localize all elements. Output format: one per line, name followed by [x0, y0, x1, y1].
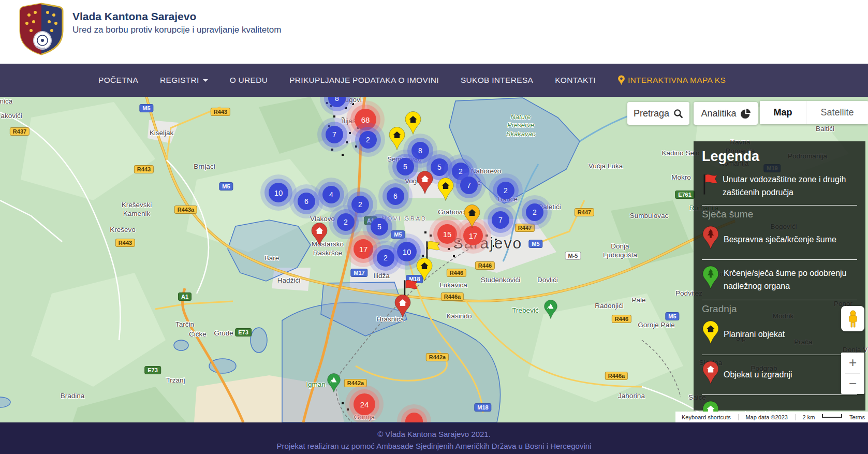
marker-cluster[interactable]: 17: [354, 239, 373, 259]
map-pin-red-house[interactable]: [416, 171, 434, 197]
red-flag-icon: [702, 173, 718, 199]
legend-divider: [702, 394, 857, 395]
map-place-label: NaturePreserveSkakavac: [506, 113, 535, 138]
road-badge: R443a: [174, 206, 197, 214]
analytics-button-label: Analitika: [701, 108, 736, 119]
legend-item: Objekat u izgradnji: [702, 357, 857, 393]
map-place-label: Pale: [631, 296, 645, 305]
map-type-satellite[interactable]: Satellite: [806, 101, 868, 124]
map-pin-orange-house[interactable]: [463, 204, 481, 231]
pegman-icon: [847, 310, 859, 328]
street-view-pegman-button[interactable]: [841, 306, 864, 331]
marker-cluster[interactable]: 2: [526, 203, 543, 221]
marker-cluster[interactable]: 4: [322, 186, 340, 203]
marker-cluster[interactable]: 5: [396, 158, 414, 175]
marker-cluster[interactable]: 10: [269, 183, 288, 202]
map-place-label: Lukavica: [439, 281, 467, 290]
road-badge: R447: [515, 224, 535, 232]
road-badge: E73: [144, 366, 161, 374]
road-badge: M-5: [565, 252, 581, 260]
marker-cluster[interactable]: 7: [492, 211, 509, 229]
road-badge: R437: [10, 127, 30, 136]
marker-cluster[interactable]: 6: [387, 187, 404, 205]
nav-menu: POČETNAREGISTRIO UREDUPRIKUPLJANJE PODAT…: [98, 75, 747, 85]
terms-link[interactable]: Terms: [849, 414, 865, 420]
marker-cluster[interactable]: 7: [460, 177, 478, 194]
zoom-in-button[interactable]: +: [841, 353, 864, 373]
nav-item-registri[interactable]: REGISTRI: [160, 76, 208, 85]
map-place-label: Sumbulovac: [630, 212, 668, 221]
scale-bar: [822, 414, 842, 418]
keyboard-shortcuts-link[interactable]: Keyboard shortcuts: [682, 414, 731, 420]
map-place-label: Trebević: [512, 306, 538, 315]
nav-item-pocetna[interactable]: POČETNA: [98, 76, 138, 85]
marker-cluster[interactable]: 6: [298, 193, 315, 210]
nav-item-label: KONTAKTI: [555, 76, 596, 85]
legend-item-label: Bespravna sječa/krčenje šume: [724, 233, 857, 246]
marker-cluster[interactable]: 2: [337, 213, 355, 231]
marker-cluster[interactable]: 8: [411, 142, 429, 159]
legend-item-label: Unutar vodozaštitne zone i drugihzaštiće…: [723, 173, 857, 199]
marker-cluster[interactable]: 24: [354, 393, 375, 415]
marker-cluster[interactable]: 2: [359, 131, 377, 149]
yellow-house-pin-icon: [702, 320, 719, 349]
nav-item-label: POČETNA: [98, 76, 138, 85]
road-badge: R446a: [441, 292, 464, 301]
marker-cluster[interactable]: 2: [497, 182, 514, 199]
map-place-label: Grude: [214, 329, 233, 338]
marker-cluster[interactable]: 5: [371, 218, 388, 236]
map-pin-yellow-house[interactable]: [388, 127, 406, 153]
map-pin-yellow-house[interactable]: [437, 178, 454, 204]
marker-cluster[interactable]: 2: [351, 196, 369, 213]
map-place-label: Gornje Pale: [638, 321, 674, 330]
footer-copyright: © Vlada Kantona Sarajevo 2021.: [0, 429, 868, 441]
marker-cluster[interactable]: 68: [355, 109, 376, 130]
nav-item-label: SUKOB INTERESA: [461, 76, 533, 85]
map-place-label: Tarčin: [175, 320, 194, 329]
map-place-label: akovići: [1, 112, 22, 121]
nav-item-kontakti[interactable]: KONTAKTI: [555, 76, 596, 85]
nav-item-interaktivna-mapa[interactable]: INTERAKTIVNA MAPA KS: [617, 75, 726, 85]
building-dots: [424, 231, 426, 233]
map-pin-green-mtn[interactable]: [327, 373, 341, 396]
map-pin-red-house[interactable]: [311, 223, 328, 249]
legend-divider: [702, 259, 857, 260]
zoom-out-button[interactable]: −: [841, 374, 864, 394]
interactive-map[interactable]: nicaakovićiKiseljakBrnjaciKreševskiKamen…: [0, 97, 868, 422]
road-badge: R446: [612, 315, 631, 323]
footer-project-note: Projekat realiziran uz pomoć Ambasade Sj…: [0, 441, 868, 452]
road-badge: E73: [235, 328, 252, 336]
map-type-map[interactable]: Map: [760, 101, 806, 124]
road-badge: R443: [211, 108, 230, 116]
map-place-label: Brnjaci: [194, 163, 215, 171]
road-badge: R443: [134, 165, 154, 173]
map-pin-green-mtn[interactable]: [543, 300, 558, 322]
map-pin-red-house[interactable]: [394, 295, 411, 321]
marker-cluster[interactable]: 7: [326, 126, 343, 143]
map-place-label: Dovlići: [537, 276, 558, 285]
search-icon: [673, 109, 683, 119]
map-place-label: Kiseljak: [150, 129, 174, 138]
search-button[interactable]: Pretraga: [627, 102, 689, 125]
map-pin-yellow-house[interactable]: [404, 111, 422, 138]
nav-item-o-uredu[interactable]: O UREDU: [230, 76, 268, 85]
nav-item-prikupljanje[interactable]: PRIKUPLJANJE PODATAKA O IMOVINI: [289, 76, 439, 85]
map-place-label: Ilidža: [373, 272, 390, 281]
nav-item-label: REGISTRI: [160, 76, 199, 85]
road-badge: R446: [475, 261, 495, 270]
legend-title: Legenda: [702, 149, 857, 165]
marker-cluster[interactable]: 10: [397, 242, 417, 261]
legend-section-header: Sječa šume: [702, 209, 857, 220]
road-badge: E761: [675, 191, 695, 199]
analytics-button[interactable]: Analitika: [694, 102, 758, 125]
map-place-label: Hadžići: [277, 276, 300, 285]
map-place-label: Nahorevo: [471, 167, 502, 176]
map-place-label: Trzanj: [166, 376, 185, 385]
attribution-divider: [738, 414, 739, 420]
map-place-label: Vučja Luka: [589, 162, 623, 171]
map-type-control: Map Satellite: [760, 101, 868, 124]
nav-item-sukob-interesa[interactable]: SUKOB INTERESA: [461, 76, 533, 85]
marker-cluster[interactable]: 2: [377, 249, 394, 267]
road-badge: R442a: [344, 379, 367, 387]
chevron-down-icon: [203, 79, 208, 82]
